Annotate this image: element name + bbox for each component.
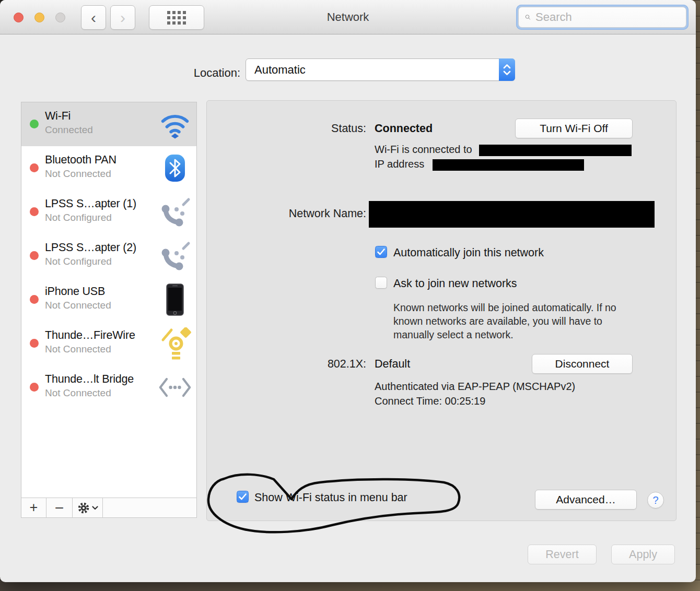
chevron-right-icon: › [120,10,125,26]
advanced-button[interactable]: Advanced… [535,490,637,510]
title-bar: Network ‹ › [0,0,696,34]
revert-button[interactable]: Revert [528,545,597,564]
sidebar-item-lpss-adapter-2[interactable]: LPSS S…apter (2) Not Configured [21,234,196,278]
grid-icon [167,11,186,25]
service-status: Not Configured [45,212,136,223]
status-dot-red [30,251,39,260]
action-bar-spacer [103,498,196,517]
8021x-label: 802.1X: [207,358,366,371]
checkmark-icon [377,249,385,255]
service-name: Bluetooth PAN [45,153,116,167]
chevron-down-icon [92,506,98,510]
search-icon [525,11,531,23]
service-status: Not Connected [45,344,135,355]
status-dot-red [30,163,39,172]
8021x-value: Default [375,358,410,371]
status-dot-red [30,207,39,216]
search-field-focus-ring [516,5,689,30]
search-input[interactable] [535,10,686,24]
status-dot-green [30,120,39,128]
serial-adapter-icon [159,240,191,272]
status-dot-red [30,339,39,348]
gear-icon [77,502,90,514]
service-list-actions: + − [21,498,196,517]
network-preferences-window: Network ‹ › Location: Automatic [0,0,696,582]
status-label: Status: [207,122,366,135]
sidebar-item-bluetooth-pan[interactable]: Bluetooth PAN Not Connected [21,146,196,190]
status-dot-red [30,383,39,392]
disconnect-button[interactable]: Disconnect [532,354,633,374]
remove-service-button[interactable]: − [46,498,73,517]
action-menu-button[interactable] [73,498,103,517]
apply-button[interactable]: Apply [611,545,675,564]
location-dropdown[interactable]: Automatic [246,58,515,81]
sidebar-item-wifi[interactable]: Wi-Fi Connected [21,102,196,146]
turn-wifi-off-button[interactable]: Turn Wi-Fi Off [515,119,633,138]
redaction-bar [479,145,632,156]
auth-detail: Authenticated via EAP-PEAP (MSCHAPv2) [375,381,575,393]
service-status: Not Connected [45,387,134,399]
search-field[interactable] [518,7,686,28]
status-dot-red [30,295,39,304]
show-all-button[interactable] [149,5,204,30]
service-status: Connected [45,124,93,136]
firewire-icon [159,327,191,360]
wifi-detail-panel: Status: Connected Turn Wi-Fi Off Wi-Fi i… [206,100,676,521]
wifi-icon [159,108,191,140]
service-name: Wi-Fi [45,110,93,123]
ask-join-checkbox[interactable] [375,277,387,289]
help-button[interactable]: ? [647,492,664,509]
service-status: Not Connected [45,168,116,180]
redaction-bar [433,159,584,171]
service-name: LPSS S…apter (1) [45,197,136,210]
auto-join-label[interactable]: Automatically join this network [393,246,544,259]
serial-adapter-icon [159,196,191,228]
sidebar-item-iphone-usb[interactable]: iPhone USB Not Connected [21,278,196,322]
chevron-left-icon: ‹ [91,10,96,26]
add-service-button[interactable]: + [21,498,46,517]
services-list: Wi-Fi Connected Bluetooth PAN Not Connec… [21,102,197,518]
checkmark-icon [239,493,247,500]
forward-button[interactable]: › [110,5,135,30]
service-status: Not Configured [45,256,136,267]
location-label: Location: [104,62,240,84]
connect-time: Connect Time: 00:25:19 [375,395,485,407]
service-name: LPSS S…apter (2) [45,241,136,254]
network-name-redaction-bar[interactable] [369,201,655,228]
location-value: Automatic [254,63,306,77]
show-wifi-status-label[interactable]: Show Wi-Fi status in menu bar [254,491,407,504]
bluetooth-icon [159,152,191,184]
ask-join-help-text: Known networks will be joined automatica… [393,301,634,341]
service-status: Not Connected [45,300,111,311]
sidebar-item-thunderbolt-bridge[interactable]: Thunde…lt Bridge Not Connected [21,365,196,409]
ip-address-detail: IP address [375,158,584,171]
service-name: iPhone USB [45,285,111,298]
service-name: Thunde…lt Bridge [45,373,134,386]
ask-join-label[interactable]: Ask to join new networks [393,277,517,290]
thunderbolt-bridge-icon [159,371,191,404]
show-wifi-status-checkbox[interactable] [237,491,249,503]
network-name-label: Network Name: [207,207,366,220]
sidebar-item-thunderbolt-firewire[interactable]: Thunde…FireWire Not Connected [21,322,196,365]
sidebar-item-lpss-adapter-1[interactable]: LPSS S…apter (1) Not Configured [21,190,196,234]
wifi-connected-detail: Wi-Fi is connected to [375,144,632,156]
iphone-icon [159,283,191,316]
status-value: Connected [375,122,433,135]
stepper-arrows-icon [499,58,515,81]
auto-join-checkbox[interactable] [375,246,387,258]
back-button[interactable]: ‹ [81,5,106,30]
service-name: Thunde…FireWire [45,329,135,342]
